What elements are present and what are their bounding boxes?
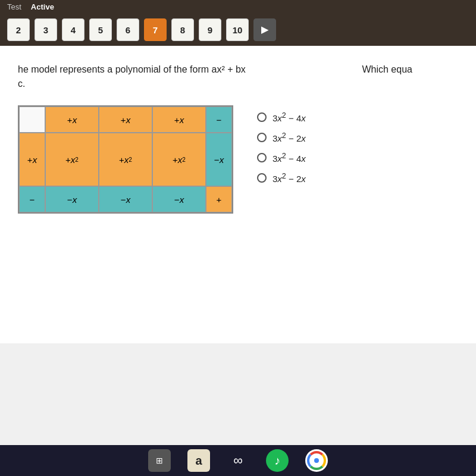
tile-0-4: − [206, 107, 232, 133]
tile-0-3: +x [152, 107, 206, 133]
taskbar-spotify-icon[interactable]: ♪ [266, 449, 289, 472]
answer-label-4: 3x2 − 2x [273, 172, 306, 184]
tile-2-0: − [19, 186, 45, 212]
radio-3[interactable] [257, 153, 267, 162]
tile-row-1: +x +x2 +x2 +x2 −x [19, 133, 232, 186]
answer-choices: 3x2 − 4x 3x2 − 2x 3x2 − 4x 3x2 − 2x [257, 111, 306, 184]
tile-0-0 [19, 107, 45, 133]
question-text: he model represents a polynomial of the … [18, 62, 458, 91]
active-label: Active [31, 2, 54, 11]
nav-btn-4[interactable]: 4 [62, 18, 84, 41]
radio-4[interactable] [257, 173, 267, 183]
nav-btn-3[interactable]: 3 [35, 18, 57, 41]
answer-choice-3[interactable]: 3x2 − 4x [257, 152, 306, 164]
tile-row-0: +x +x +x − [19, 107, 232, 133]
main-content: he model represents a polynomial of the … [0, 46, 476, 343]
question-prefix: he model represents a polynomial of the … [18, 64, 246, 74]
taskbar: ⊞ a ∞ ♪ [0, 445, 476, 476]
answer-choice-1[interactable]: 3x2 − 4x [257, 111, 306, 123]
answer-label-2: 3x2 − 2x [273, 131, 306, 143]
tile-2-2: −x [99, 186, 152, 212]
taskbar-grid-icon[interactable]: ⊞ [148, 449, 171, 472]
algebra-tile-grid: +x +x +x − +x +x2 +x2 +x2 −x − −x −x −x … [18, 105, 233, 214]
tile-2-1: −x [45, 186, 99, 212]
radio-1[interactable] [257, 112, 267, 122]
nav-arrow-btn[interactable]: ▶ [253, 18, 276, 41]
answer-label-1: 3x2 − 4x [273, 111, 306, 123]
tile-0-2: +x [99, 107, 152, 133]
chrome-inner [313, 457, 320, 464]
tile-1-4: −x [206, 133, 232, 186]
answer-choice-2[interactable]: 3x2 − 2x [257, 131, 306, 143]
radio-2[interactable] [257, 133, 267, 142]
nav-btn-7[interactable]: 7 [144, 18, 167, 41]
content-area: +x +x +x − +x +x2 +x2 +x2 −x − −x −x −x … [18, 105, 458, 214]
answer-choice-4[interactable]: 3x2 − 2x [257, 172, 306, 184]
nav-btn-9[interactable]: 9 [199, 18, 221, 41]
tile-1-1: +x2 [45, 133, 99, 186]
tile-2-3: −x [152, 186, 206, 212]
nav-btn-6[interactable]: 6 [117, 18, 139, 41]
nav-btn-10[interactable]: 10 [226, 18, 249, 41]
nav-btn-5[interactable]: 5 [89, 18, 112, 41]
taskbar-infinity-icon[interactable]: ∞ [227, 449, 249, 472]
chrome-circle [307, 451, 326, 470]
nav-bar: 2 3 4 5 6 7 8 9 10 ▶ [0, 14, 476, 46]
taskbar-a-icon[interactable]: a [187, 449, 210, 472]
taskbar-chrome-icon[interactable] [305, 449, 328, 472]
tile-1-2: +x2 [99, 133, 152, 186]
tile-1-3: +x2 [152, 133, 206, 186]
nav-btn-2[interactable]: 2 [7, 18, 30, 41]
question-line2: c. [18, 79, 25, 89]
tile-0-1: +x [45, 107, 99, 133]
tile-row-2: − −x −x −x + [19, 186, 232, 212]
answer-label-3: 3x2 − 4x [273, 152, 306, 164]
question-suffix: Which equa [362, 64, 412, 74]
test-label: Test [7, 2, 21, 11]
tile-1-0: +x [19, 133, 45, 186]
top-bar: Test Active [0, 0, 476, 14]
nav-btn-8[interactable]: 8 [171, 18, 194, 41]
tile-2-4: + [206, 186, 232, 212]
